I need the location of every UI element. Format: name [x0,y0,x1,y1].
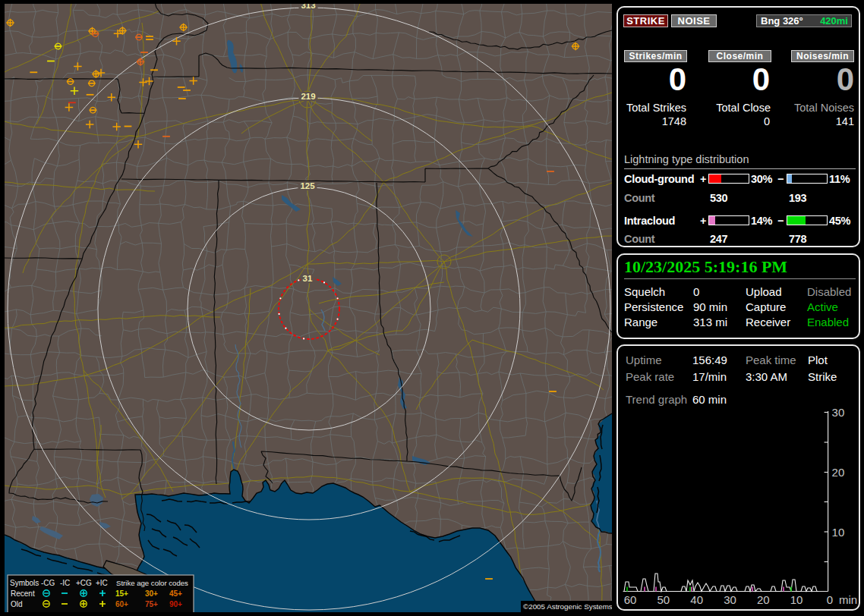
svg-text:313: 313 [301,4,315,10]
svg-text:90+: 90+ [169,600,182,608]
svg-text:10: 10 [832,526,845,539]
svg-text:45+: 45+ [169,589,182,598]
svg-text:30+: 30+ [145,589,158,598]
svg-text:60: 60 [624,593,637,606]
svg-text:31: 31 [303,274,313,283]
svg-text:40: 40 [690,593,703,606]
svg-text:Recent: Recent [11,589,35,598]
svg-text:20: 20 [832,466,845,479]
svg-text:30: 30 [832,406,845,419]
svg-text:+IC: +IC [96,579,108,587]
svg-text:125: 125 [300,181,315,190]
svg-text:0: 0 [827,593,833,606]
svg-text:15+: 15+ [115,589,128,598]
svg-text:60+: 60+ [115,600,128,608]
svg-text:Symbols: Symbols [10,579,39,587]
svg-text:min: min [839,593,857,606]
svg-text:©2005 Astrogenic Systems: ©2005 Astrogenic Systems [523,602,612,611]
svg-text:219: 219 [301,92,315,101]
svg-text:-IC: -IC [60,579,70,587]
svg-text:75+: 75+ [145,600,158,608]
svg-text:+CG: +CG [76,579,92,587]
svg-text:10: 10 [790,593,803,606]
svg-text:20: 20 [757,593,770,606]
svg-text:Strike age color codes: Strike age color codes [116,579,188,587]
svg-text:-CG: -CG [41,579,55,587]
svg-text:Old: Old [11,600,23,608]
svg-text:50: 50 [657,593,670,606]
svg-text:30: 30 [724,593,736,606]
